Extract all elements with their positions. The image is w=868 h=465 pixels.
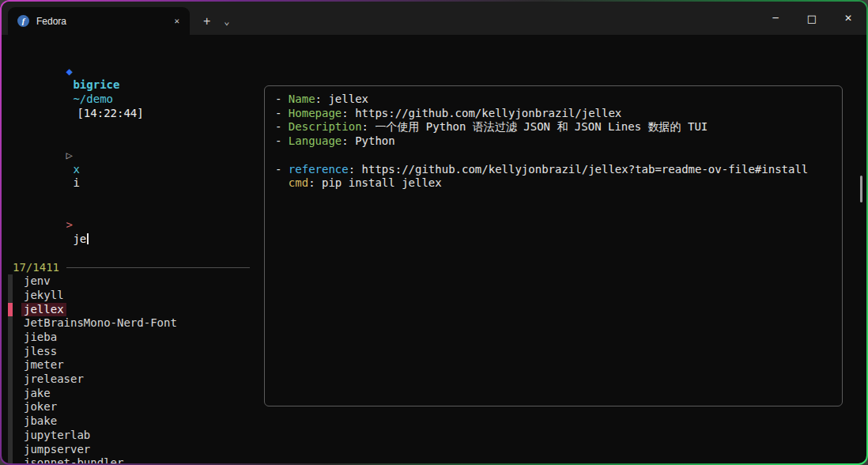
minimize-button[interactable]: ─: [757, 2, 794, 35]
preview-line: - Language: Python: [275, 134, 832, 149]
preview-panel: - Name: jellex- Homepage: https://github…: [264, 85, 843, 406]
preview-segment: reference: [289, 163, 349, 176]
preview-segment: -: [275, 120, 289, 133]
window-frame: f Fedora ✕ + ⌄ ─ □ ✕ ◆ bigrice ~/demo [1…: [0, 0, 868, 465]
preview-line: [275, 149, 832, 163]
gutter-bar: [8, 456, 13, 463]
run-arrow-icon: ▷: [66, 149, 72, 161]
list-item-label: jreleaser: [21, 372, 86, 387]
list-item-label: jenv: [21, 274, 53, 289]
close-button[interactable]: ✕: [830, 2, 866, 35]
fzf-prompt-char: >: [66, 218, 72, 231]
preview-segment: : https://github.com/kellyjonbrazil/jell…: [349, 163, 809, 176]
fzf-counter-line: 17/1411: [8, 261, 250, 275]
preview-segment: -: [275, 93, 289, 105]
list-item-label: joker: [21, 400, 59, 414]
list-item[interactable]: jbake: [8, 414, 866, 429]
preview-segment: [275, 176, 289, 189]
gutter-bar: [8, 358, 13, 372]
fedora-icon: f: [17, 15, 29, 27]
preview-line: - Name: jellex: [275, 93, 832, 107]
preview-segment: : Python: [342, 134, 394, 147]
tab-title: Fedora: [36, 16, 168, 27]
prompt-path: ~/demo: [73, 93, 113, 105]
list-item-label: jmeter: [21, 358, 66, 372]
gutter-bar: [8, 274, 13, 289]
terminal-window: f Fedora ✕ + ⌄ ─ □ ✕ ◆ bigrice ~/demo [1…: [2, 2, 866, 463]
preview-segment: cmd: [289, 176, 308, 189]
command-name: x: [73, 163, 79, 176]
preview-segment: -: [275, 134, 289, 147]
list-item-label: jake: [21, 387, 53, 401]
terminal-content[interactable]: ◆ bigrice ~/demo [14:22:44] ▷ x i > je 1…: [2, 35, 866, 463]
gutter-bar: [8, 331, 13, 345]
scrollbar-thumb[interactable]: [860, 176, 862, 202]
separator-line: [66, 267, 250, 268]
preview-segment: : https://github.com/kellyjonbrazil/jell…: [342, 107, 621, 119]
list-item-label: jless: [21, 345, 59, 359]
preview-segment: -: [275, 107, 289, 119]
preview-line: - reference: https://github.com/kellyjon…: [275, 163, 832, 177]
prompt-user: bigrice: [73, 78, 119, 91]
gutter-bar: [8, 316, 13, 331]
gutter-bar: [8, 345, 13, 359]
preview-segment: Description: [289, 120, 362, 133]
list-item-label: jsonnet-bundler: [21, 456, 126, 463]
gutter-bar: [8, 372, 13, 387]
tab-close-icon[interactable]: ✕: [168, 13, 185, 28]
gutter-bar: [8, 387, 13, 401]
list-item-label: jumpserver: [21, 443, 92, 457]
chevron-down-icon[interactable]: ⌄: [217, 7, 236, 35]
list-item[interactable]: jsonnet-bundler: [8, 456, 866, 463]
list-item-label: jbake: [21, 414, 59, 429]
text-cursor: [87, 233, 89, 244]
prompt-timestamp: [14:22:44]: [77, 107, 143, 119]
gutter-bar: [8, 429, 13, 443]
gutter-bar: [8, 400, 13, 414]
list-item-label: JetBrainsMono-Nerd-Font: [21, 316, 179, 331]
list-item[interactable]: jumpserver: [8, 443, 866, 457]
list-item-label: jieba: [21, 331, 59, 345]
list-item-label: jellex: [21, 303, 66, 317]
preview-line: - Description: 一个使用 Python 语法过滤 JSON 和 J…: [275, 120, 832, 134]
titlebar[interactable]: f Fedora ✕ + ⌄ ─ □ ✕: [2, 2, 866, 35]
preview-segment: Language: [289, 134, 342, 147]
list-item-label: jekyll: [21, 289, 66, 303]
prompt-diamond-icon: ◆: [66, 65, 72, 78]
list-item[interactable]: jupyterlab: [8, 429, 866, 443]
preview-line: - Homepage: https://github.com/kellyjonb…: [275, 107, 832, 121]
preview-segment: -: [275, 163, 289, 176]
preview-segment: : pip install jellex: [308, 176, 442, 189]
fzf-query-input[interactable]: je: [73, 232, 86, 245]
preview-segment: : jellex: [315, 93, 368, 105]
tab-fedora[interactable]: f Fedora ✕: [8, 7, 190, 35]
new-tab-button[interactable]: +: [196, 7, 217, 35]
preview-line: cmd: pip install jellex: [275, 176, 832, 191]
gutter-bar: [8, 289, 13, 303]
preview-content: - Name: jellex- Homepage: https://github…: [275, 93, 832, 191]
preview-segment: Name: [289, 93, 315, 105]
maximize-button[interactable]: □: [794, 2, 830, 35]
list-item-label: jupyterlab: [21, 429, 92, 443]
preview-segment: : 一个使用 Python 语法过滤 JSON 和 JSON Lines 数据的…: [362, 120, 708, 133]
gutter-bar: [8, 414, 13, 429]
preview-segment: Homepage: [289, 107, 342, 119]
fzf-match-counter: 17/1411: [13, 261, 59, 275]
command-argument: i: [73, 176, 79, 189]
gutter-bar: [8, 443, 13, 457]
selection-pointer: [8, 303, 13, 317]
